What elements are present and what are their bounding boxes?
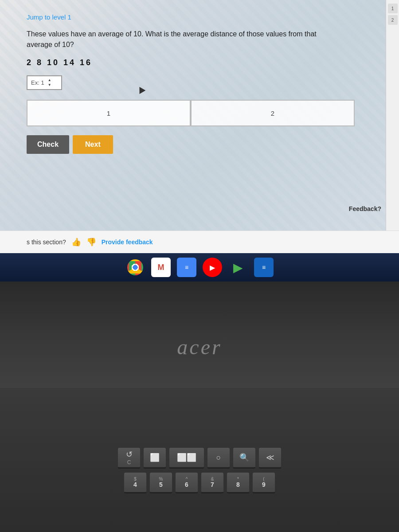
back-icon: ≪ xyxy=(266,453,274,462)
feedback-area: Feedback? xyxy=(349,205,381,213)
key-5-bottom: 5 xyxy=(159,481,163,488)
keyboard-row-numbers: $ 4 % 5 ^ 6 & 7 * 8 ( 9 xyxy=(124,472,275,493)
buttons-row: Check Next xyxy=(27,135,372,154)
key-circle[interactable]: ○ xyxy=(207,447,230,469)
check-button[interactable]: Check xyxy=(27,135,69,154)
section-text: s this section? xyxy=(27,239,66,246)
key-4[interactable]: $ 4 xyxy=(124,472,147,493)
docs-icon[interactable]: ≡ xyxy=(177,258,196,277)
thumbs-down-icon[interactable]: 👎 xyxy=(86,237,96,247)
spinner-down[interactable]: ▼ xyxy=(47,83,52,87)
search-icon: 🔍 xyxy=(239,453,249,462)
play-icon[interactable]: ▶ xyxy=(228,258,248,277)
thumbs-up-icon[interactable]: 👍 xyxy=(71,237,81,247)
answer-box-1-value: 1 xyxy=(107,110,110,117)
key-back[interactable]: ≪ xyxy=(258,447,282,469)
key-9[interactable]: ( 9 xyxy=(252,472,275,493)
keyboard-row-function: ↺ C ⬜ ⬜⬜ ○ 🔍 ≪ xyxy=(117,447,282,469)
answer-box-2-value: 2 xyxy=(271,110,274,117)
key-search[interactable]: 🔍 xyxy=(233,447,256,469)
panel-item-2: 2 xyxy=(388,15,398,25)
keyboard-area: ↺ C ⬜ ⬜⬜ ○ 🔍 ≪ $ 4 xyxy=(0,388,399,532)
provide-feedback-link[interactable]: Provide feedback xyxy=(102,239,153,246)
content-area: 1 2 Jump to level 1 These values have an… xyxy=(0,0,399,231)
answer-boxes: 1 2 xyxy=(27,100,355,126)
spinner-wrapper: Ex: 1 ▲ ▼ xyxy=(27,75,62,90)
key-4-bottom: 4 xyxy=(133,481,137,488)
key-6-bottom: 6 xyxy=(185,481,188,488)
key-screenshot[interactable]: ⬜ xyxy=(143,447,166,469)
answer-box-2[interactable]: 2 xyxy=(191,100,355,126)
panel-item-1: 1 xyxy=(388,4,398,13)
input-label: Ex: 1 xyxy=(31,79,44,86)
next-button[interactable]: Next xyxy=(73,135,113,154)
values-display: 2 8 10 14 16 xyxy=(27,58,372,67)
acer-logo: acer xyxy=(177,335,222,359)
spinner-up[interactable]: ▲ xyxy=(47,78,52,82)
question-text: These values have an average of 10. What… xyxy=(27,29,328,50)
key-8[interactable]: * 8 xyxy=(227,472,250,493)
key-7-bottom: 7 xyxy=(211,481,214,488)
answer-box-1[interactable]: 1 xyxy=(27,100,191,126)
key-9-bottom: 9 xyxy=(262,481,266,488)
refresh-icon: ↺ xyxy=(126,450,133,459)
key-6[interactable]: ^ 6 xyxy=(175,472,198,493)
key-5[interactable]: % 5 xyxy=(149,472,172,493)
circle-icon: ○ xyxy=(216,453,221,462)
right-panel: 1 2 xyxy=(386,0,399,231)
spinner-arrows[interactable]: ▲ ▼ xyxy=(47,78,52,87)
bottom-bar: s this section? 👍 👎 Provide feedback xyxy=(0,231,399,253)
key-refresh[interactable]: ↺ C xyxy=(117,447,141,469)
jump-to-level-link[interactable]: Jump to level 1 xyxy=(27,13,71,21)
key-overview[interactable]: ⬜⬜ xyxy=(169,447,204,469)
overview-icon: ⬜⬜ xyxy=(177,453,196,462)
chrome-icon[interactable] xyxy=(125,258,145,277)
key-8-bottom: 8 xyxy=(236,481,240,488)
input-container: Ex: 1 ▲ ▼ xyxy=(27,75,372,90)
feedback-link[interactable]: Feedback? xyxy=(349,205,381,212)
key-7[interactable]: & 7 xyxy=(201,472,224,493)
taskbar: M ≡ ▶ ▶ ≡ xyxy=(0,253,399,282)
blue-app-icon[interactable]: ≡ xyxy=(254,258,274,277)
youtube-icon[interactable]: ▶ xyxy=(203,258,222,277)
screenshot-icon: ⬜ xyxy=(150,453,160,462)
laptop-body: acer ↺ C ⬜ ⬜⬜ ○ 🔍 ≪ xyxy=(0,282,399,532)
gmail-icon[interactable]: M xyxy=(151,258,171,277)
